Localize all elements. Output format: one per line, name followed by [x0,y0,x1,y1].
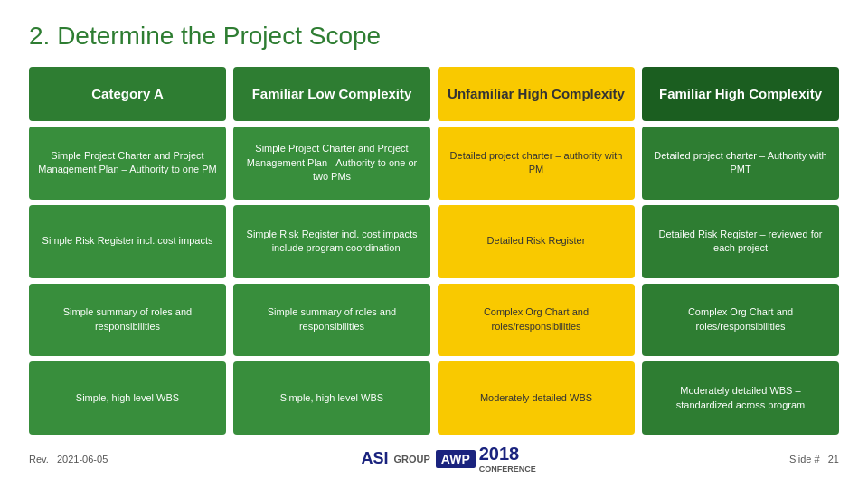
unfamiliar-high-card-0: Detailed project charter – authority wit… [438,127,635,200]
content-grid: Category ASimple Project Charter and Pro… [29,67,839,435]
familiar-low-card-1: Simple Risk Register incl. cost impacts … [233,205,430,278]
year-block: 2018 CONFERENCE [479,444,536,474]
asi-text: ASI [361,449,388,468]
awp-badge: AWP [436,450,476,468]
unfamiliar-high-header: Unfamiliar High Complexity [438,67,635,121]
category-a-header: Category A [29,67,226,121]
column-familiar-high: Familiar High ComplexityDetailed project… [642,67,839,435]
unfamiliar-high-card-1: Detailed Risk Register [438,205,635,278]
rev-label: Rev. [29,454,49,465]
familiar-low-card-0: Simple Project Charter and Project Manag… [233,127,430,200]
slide-label: Slide # [789,454,820,465]
footer-rev: Rev. 2021-06-05 [29,454,108,465]
category-a-card-3: Simple, high level WBS [29,361,226,435]
category-a-card-1: Simple Risk Register incl. cost impacts [29,205,226,278]
conference-label: CONFERENCE [479,465,536,474]
unfamiliar-high-card-2: Complex Org Chart and roles/responsibili… [438,284,635,357]
column-familiar-low: Familiar Low ComplexitySimple Project Ch… [233,67,430,435]
category-a-card-0: Simple Project Charter and Project Manag… [29,127,226,200]
footer: Rev. 2021-06-05 ASI GROUP AWP 2018 CONFE… [29,444,839,474]
unfamiliar-high-card-3: Moderately detailed WBS [438,361,635,435]
familiar-high-card-0: Detailed project charter – Authority wit… [642,127,839,200]
title-text: Determine the Project Scope [57,22,381,50]
column-category-a: Category ASimple Project Charter and Pro… [29,67,226,435]
slide: 2. Determine the Project Scope Category … [0,0,868,488]
familiar-low-card-3: Simple, high level WBS [233,361,430,435]
column-unfamiliar-high: Unfamiliar High ComplexityDetailed proje… [438,67,635,435]
conference-logo: ASI GROUP AWP 2018 CONFERENCE [361,444,535,474]
familiar-low-card-2: Simple summary of roles and responsibili… [233,284,430,357]
title-number: 2. [29,22,50,50]
slide-number-container: Slide # 21 [789,454,839,465]
familiar-low-header: Familiar Low Complexity [233,67,430,121]
familiar-high-header: Familiar High Complexity [642,67,839,121]
familiar-high-card-1: Detailed Risk Register – reviewed for ea… [642,205,839,278]
familiar-high-card-3: Moderately detailed WBS – standardized a… [642,361,839,435]
slide-title: 2. Determine the Project Scope [29,22,839,51]
slide-number: 21 [828,454,839,465]
familiar-high-card-2: Complex Org Chart and roles/responsibili… [642,284,839,357]
group-text: GROUP [393,454,429,465]
logo-year: 2018 [479,444,520,464]
footer-date: 2021-06-05 [57,454,108,465]
category-a-card-2: Simple summary of roles and responsibili… [29,284,226,357]
